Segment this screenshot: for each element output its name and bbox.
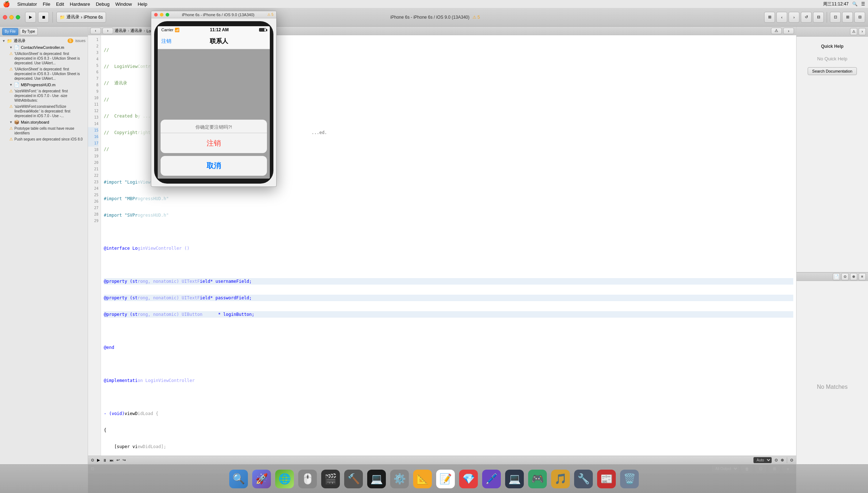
warning-badge: ⚠ 5 bbox=[472, 15, 480, 20]
forward-btn[interactable]: › bbox=[789, 12, 799, 23]
no-matches-text: No Matches bbox=[817, 384, 848, 390]
minimize-button[interactable] bbox=[9, 15, 14, 19]
action-sheet-cancel-group: 取消 bbox=[161, 156, 267, 176]
dock-launchpad[interactable]: 🚀 bbox=[252, 470, 271, 488]
toolbar-right: ⊞ ‹ › ↺ ⊟ ⊡ ⊞ ⊟ bbox=[764, 12, 865, 23]
line-23: 23 bbox=[88, 179, 98, 185]
ios-back-button[interactable]: 注销 bbox=[161, 38, 171, 45]
warning-item-2[interactable]: ⚠ 'UIActionSheet' is deprecated: first d… bbox=[7, 66, 88, 82]
editor-btn-play[interactable]: ▶ bbox=[97, 458, 100, 462]
dock-iterm[interactable]: 💻 bbox=[505, 470, 524, 488]
mbprogress-header[interactable]: ▼ 📄 MBProgressHUD.m bbox=[7, 82, 88, 88]
warning-item-5[interactable]: ⚠ Prototype table cells must have reuse … bbox=[7, 125, 88, 136]
dock-trash[interactable]: 🗑️ bbox=[620, 470, 639, 488]
rp-action-btn[interactable]: › bbox=[859, 28, 866, 35]
view-toggle-btn[interactable]: ⊞ bbox=[764, 12, 775, 23]
no-matches-container: No Matches bbox=[797, 281, 868, 493]
breadcrumb-item-2[interactable]: 通讯录 bbox=[130, 28, 142, 33]
editor-right-btn1[interactable]: ⊙ bbox=[775, 458, 778, 462]
maximize-button[interactable] bbox=[16, 15, 20, 19]
rp-doc-btn3[interactable]: ⊕ bbox=[850, 273, 857, 280]
dock-notes[interactable]: 📝 bbox=[436, 470, 455, 488]
code-line-16: @property (strong, nonatomic) UITextFiel… bbox=[104, 295, 793, 301]
dock-mouse[interactable]: 🖱️ bbox=[298, 470, 317, 488]
sim-close-btn[interactable] bbox=[154, 13, 158, 17]
nav-btn[interactable]: ⊟ bbox=[813, 12, 824, 23]
dock-safari[interactable]: 🌐 bbox=[275, 470, 294, 488]
line-15: 15 bbox=[88, 127, 98, 134]
dock-terminal[interactable]: 💻 bbox=[367, 470, 386, 488]
sim-maximize-btn[interactable] bbox=[166, 13, 169, 17]
editor-right-btn2[interactable]: ⊕ bbox=[781, 458, 784, 462]
dock-media[interactable]: 🎵 bbox=[551, 470, 570, 488]
rp-doc-btn1[interactable]: 📄 bbox=[833, 273, 840, 280]
editor-btn-pause[interactable]: ⏸ bbox=[103, 458, 107, 462]
warning-item-6[interactable]: ⚠ Push segues are deprecated since iOS 8… bbox=[7, 136, 88, 142]
menu-edit[interactable]: Edit bbox=[56, 1, 64, 7]
dock-sketch[interactable]: 📐 bbox=[413, 470, 432, 488]
search-documentation-button[interactable]: Search Documentation bbox=[808, 67, 857, 75]
contact-vc-header[interactable]: ▼ 📄 ContactViewController.m bbox=[7, 44, 88, 51]
stop-button[interactable]: ◼ bbox=[38, 12, 49, 23]
xcode-toolbar: ▶ ◼ 📁 通讯录 › iPhone 6s iPhone 6s - iPhone… bbox=[0, 8, 868, 27]
editor-btn-step[interactable]: ⏭ bbox=[110, 458, 114, 462]
menu-hardware[interactable]: Hardware bbox=[70, 1, 90, 7]
rp-doc-btn4[interactable]: ≡ bbox=[859, 273, 866, 280]
dock-music[interactable]: 🎮 bbox=[528, 470, 547, 488]
nav-warning-btn[interactable]: ⚠ bbox=[771, 28, 782, 34]
refresh-btn[interactable]: ↺ bbox=[801, 12, 812, 23]
dock-pppt[interactable]: 💎 bbox=[459, 470, 478, 488]
action-sheet-title: 你确定要注销吗?! bbox=[161, 120, 267, 133]
separator bbox=[787, 457, 787, 463]
line-8: 8 bbox=[88, 82, 98, 88]
layout-btn2[interactable]: ⊞ bbox=[842, 12, 853, 23]
warning-icon: ⚠ bbox=[9, 51, 13, 56]
storyboard-header[interactable]: ▼ 📦 Main.storyboard bbox=[7, 119, 88, 125]
rp-doc-btn2[interactable]: ⊙ bbox=[841, 273, 849, 280]
warning-item-1[interactable]: ⚠ 'UIActionSheet' is deprecated: first d… bbox=[7, 51, 88, 66]
dock-wrench[interactable]: 🔧 bbox=[574, 470, 593, 488]
menu-file[interactable]: File bbox=[43, 1, 50, 7]
editor-btn-back[interactable]: ↩ bbox=[116, 458, 120, 462]
dock-settings[interactable]: ⚙️ bbox=[390, 470, 409, 488]
sim-minimize-btn[interactable] bbox=[160, 13, 163, 17]
action-sheet-confirm-btn[interactable]: 注销 bbox=[161, 133, 267, 153]
close-button[interactable] bbox=[3, 15, 7, 19]
menu-bar: 🍎 Simulator File Edit Hardware Debug Win… bbox=[0, 0, 868, 8]
menu-help[interactable]: Help bbox=[138, 1, 147, 7]
breadcrumb-item-1[interactable]: 通讯录 bbox=[115, 28, 126, 33]
menu-icon[interactable]: ☰ bbox=[861, 1, 865, 6]
auto-select[interactable]: Auto bbox=[753, 457, 772, 463]
layout-btn1[interactable]: ⊡ bbox=[830, 12, 841, 23]
dock-quicktime[interactable]: 🎬 bbox=[321, 470, 340, 488]
nav-action-btn[interactable]: › bbox=[783, 28, 794, 34]
scheme-selector[interactable]: 📁 通讯录 › iPhone 6s bbox=[56, 12, 106, 23]
breadcrumb-arrow-1: › bbox=[128, 29, 129, 33]
right-panel: ⚠ › Quick Help No Quick Help Search Docu… bbox=[796, 27, 868, 493]
sidebar-tab-by-type[interactable]: By Type bbox=[20, 28, 38, 35]
sidebar-group-header[interactable]: ▼ 📁 通讯录 5 issues bbox=[0, 37, 88, 44]
layout-btn3[interactable]: ⊟ bbox=[854, 12, 865, 23]
nav-forward-btn[interactable]: › bbox=[102, 28, 113, 34]
dock-finder[interactable]: 🔍 bbox=[229, 470, 248, 488]
line-4: 4 bbox=[88, 56, 98, 63]
apple-menu[interactable]: 🍎 bbox=[3, 1, 10, 8]
dock-csdn[interactable]: 📰 bbox=[597, 470, 616, 488]
run-button[interactable]: ▶ bbox=[25, 12, 36, 23]
back-btn[interactable]: ‹ bbox=[776, 12, 787, 23]
dock-pen[interactable]: 🖊️ bbox=[482, 470, 501, 488]
sidebar-tab-by-file[interactable]: By File bbox=[2, 28, 18, 35]
warning-item-4[interactable]: ⚠ 'sizeWithFont:constrainedToSize lineBr… bbox=[7, 103, 88, 119]
dock-tools[interactable]: 🔨 bbox=[344, 470, 363, 488]
scheme-icon: 📁 bbox=[60, 15, 65, 20]
warning-item-3[interactable]: ⚠ 'sizeWithFont:' is deprecated: first d… bbox=[7, 88, 88, 103]
menu-debug[interactable]: Debug bbox=[96, 1, 110, 7]
action-sheet-cancel-btn[interactable]: 取消 bbox=[161, 156, 267, 176]
editor-scroll-btn[interactable]: ⊙ bbox=[790, 458, 793, 462]
search-icon[interactable]: 🔍 bbox=[852, 1, 858, 6]
editor-btn-fwd[interactable]: ↪ bbox=[123, 458, 126, 462]
rp-warning-btn[interactable]: ⚠ bbox=[850, 28, 857, 35]
menu-window[interactable]: Window bbox=[115, 1, 132, 7]
nav-back-btn[interactable]: ‹ bbox=[90, 28, 101, 34]
menu-simulator[interactable]: Simulator bbox=[17, 1, 37, 7]
